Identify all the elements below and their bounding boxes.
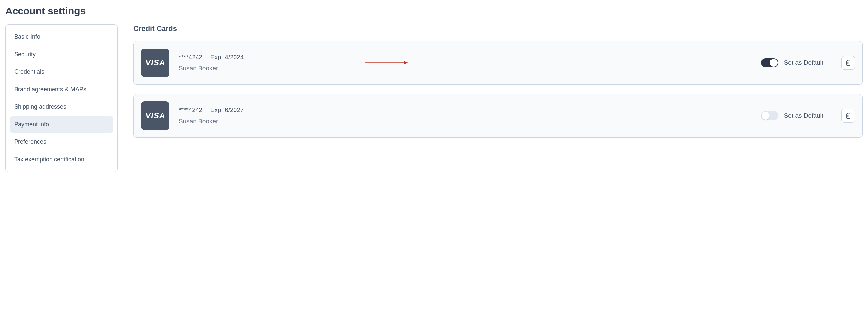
card-number-expiry: ****4242 Exp. 4/2024	[179, 54, 761, 61]
sidebar-item-shipping-addresses[interactable]: Shipping addresses	[9, 99, 113, 115]
page-title: Account settings	[5, 5, 863, 17]
card-holder-name: Susan Booker	[179, 118, 761, 125]
card-brand-badge: VISA	[141, 49, 169, 77]
toggle-knob	[762, 112, 770, 120]
card-expiry: Exp. 6/2027	[210, 107, 244, 114]
card-actions: Set as Default	[761, 56, 855, 70]
default-toggle[interactable]	[761, 58, 778, 67]
visa-icon: VISA	[145, 111, 165, 120]
sidebar-item-basic-info[interactable]: Basic Info	[9, 29, 113, 45]
card-masked-number: ****4242	[179, 54, 203, 61]
card-info: ****4242 Exp. 4/2024 Susan Booker	[179, 54, 761, 72]
card-holder-name: Susan Booker	[179, 65, 761, 72]
sidebar-item-brand-agreements[interactable]: Brand agreements & MAPs	[9, 81, 113, 97]
main-content: Credit Cards VISA ****4242 Exp. 4/2024 S…	[133, 25, 863, 147]
sidebar-item-credentials[interactable]: Credentials	[9, 64, 113, 80]
card-number-expiry: ****4242 Exp. 6/2027	[179, 107, 761, 114]
delete-card-button[interactable]	[841, 109, 855, 123]
sidebar-item-tax-exemption[interactable]: Tax exemption certification	[9, 151, 113, 168]
delete-card-button[interactable]	[841, 56, 855, 70]
sidebar-item-security[interactable]: Security	[9, 46, 113, 62]
visa-icon: VISA	[145, 58, 165, 67]
card-expiry: Exp. 4/2024	[210, 54, 244, 61]
card-brand-badge: VISA	[141, 102, 169, 130]
credit-card-row: VISA ****4242 Exp. 6/2027 Susan Booker S…	[133, 94, 863, 138]
trash-icon	[845, 59, 851, 66]
sidebar-item-preferences[interactable]: Preferences	[9, 134, 113, 150]
card-actions: Set as Default	[761, 109, 855, 123]
card-masked-number: ****4242	[179, 107, 203, 114]
settings-container: Basic Info Security Credentials Brand ag…	[5, 25, 863, 172]
card-info: ****4242 Exp. 6/2027 Susan Booker	[179, 107, 761, 125]
section-title: Credit Cards	[133, 25, 863, 33]
settings-sidebar: Basic Info Security Credentials Brand ag…	[5, 25, 118, 172]
credit-card-row: VISA ****4242 Exp. 4/2024 Susan Booker S…	[133, 41, 863, 85]
trash-icon	[845, 112, 851, 119]
default-toggle-label: Set as Default	[784, 59, 824, 66]
toggle-knob	[770, 59, 777, 67]
sidebar-item-payment-info[interactable]: Payment info	[9, 116, 113, 133]
default-toggle-label: Set as Default	[784, 112, 824, 119]
default-toggle[interactable]	[761, 111, 778, 120]
